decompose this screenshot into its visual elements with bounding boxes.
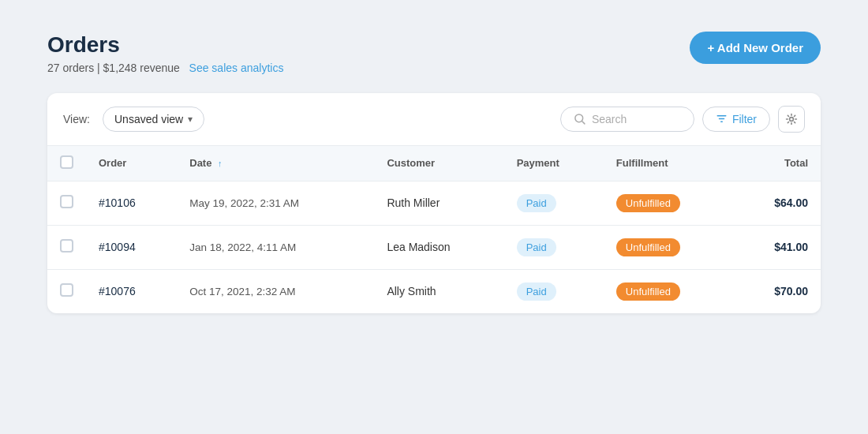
order-id: #10076: [99, 285, 136, 297]
filter-icon: [716, 113, 728, 125]
table-row[interactable]: #10094 Jan 18, 2022, 4:11 AM Lea Madison…: [47, 225, 821, 269]
payment-column-header: Payment: [504, 146, 604, 181]
search-icon: [574, 113, 586, 125]
date-cell: May 19, 2022, 2:31 AM: [177, 181, 374, 225]
header-left: Orders 27 orders | $1,248 revenue See sa…: [47, 32, 283, 74]
order-count-revenue: 27 orders | $1,248 revenue: [47, 62, 180, 74]
header-subtitle: 27 orders | $1,248 revenue See sales ana…: [47, 62, 283, 74]
customer-cell: Lea Madison: [374, 225, 503, 269]
payment-badge: Paid: [517, 194, 556, 212]
table-row[interactable]: #10076 Oct 17, 2021, 2:32 AM Ally Smith …: [47, 269, 821, 313]
table-row[interactable]: #10106 May 19, 2022, 2:31 AM Ruth Miller…: [47, 181, 821, 225]
page-wrapper: Orders 27 orders | $1,248 revenue See sa…: [47, 32, 821, 313]
orders-table: Order Date ↑ Customer Payment Fulfillmen…: [47, 146, 821, 313]
page-title: Orders: [47, 32, 283, 58]
svg-line-1: [582, 122, 584, 124]
order-id-cell: #10094: [86, 225, 177, 269]
date-column-header[interactable]: Date ↑: [177, 146, 374, 181]
fulfillment-badge: Unfulfilled: [616, 238, 680, 256]
fulfillment-cell: Unfulfilled: [604, 181, 735, 225]
total-cell: $70.00: [734, 269, 821, 313]
row-checkbox[interactable]: [60, 239, 73, 253]
add-new-order-button[interactable]: + Add New Order: [690, 32, 821, 64]
row-checkbox[interactable]: [60, 283, 73, 297]
row-checkbox[interactable]: [60, 195, 73, 208]
toolbar: View: Unsaved view ▾ Search Filte: [47, 93, 821, 146]
filter-label: Filter: [732, 113, 757, 125]
date-cell: Jan 18, 2022, 4:11 AM: [177, 225, 374, 269]
payment-cell: Paid: [504, 269, 604, 313]
fulfillment-badge: Unfulfilled: [616, 194, 680, 212]
fulfillment-badge: Unfulfilled: [616, 282, 680, 301]
chevron-down-icon: ▾: [188, 114, 193, 125]
gear-icon: [785, 113, 798, 125]
customer-cell: Ally Smith: [374, 269, 503, 313]
fulfillment-column-header: Fulfillment: [604, 146, 735, 181]
toolbar-right: Search Filter: [560, 106, 805, 133]
payment-badge: Paid: [517, 282, 556, 301]
fulfillment-cell: Unfulfilled: [604, 225, 735, 269]
search-box[interactable]: Search: [560, 107, 694, 132]
page-header: Orders 27 orders | $1,248 revenue See sa…: [47, 32, 821, 74]
view-select-value: Unsaved view: [114, 113, 183, 125]
row-checkbox-cell[interactable]: [47, 225, 86, 269]
order-id-cell: #10076: [86, 269, 177, 313]
view-label: View:: [63, 113, 90, 125]
total-cell: $64.00: [734, 181, 821, 225]
view-select-dropdown[interactable]: Unsaved view ▾: [103, 107, 204, 132]
total-cell: $41.00: [734, 225, 821, 269]
filter-button[interactable]: Filter: [702, 107, 770, 132]
order-id-cell: #10106: [86, 181, 177, 225]
table-header-row: Order Date ↑ Customer Payment Fulfillmen…: [47, 146, 821, 181]
table-card: View: Unsaved view ▾ Search Filte: [47, 93, 821, 313]
payment-badge: Paid: [517, 238, 556, 256]
search-placeholder: Search: [592, 113, 627, 125]
svg-point-2: [790, 117, 794, 121]
fulfillment-cell: Unfulfilled: [604, 269, 735, 313]
customer-cell: Ruth Miller: [374, 181, 503, 225]
order-id: #10106: [99, 196, 136, 209]
select-all-checkbox[interactable]: [60, 155, 73, 169]
date-cell: Oct 17, 2021, 2:32 AM: [177, 269, 374, 313]
settings-button[interactable]: [778, 106, 805, 133]
customer-column-header: Customer: [374, 146, 503, 181]
row-checkbox-cell[interactable]: [47, 181, 86, 225]
payment-cell: Paid: [504, 225, 604, 269]
payment-cell: Paid: [504, 181, 604, 225]
sales-analytics-link[interactable]: See sales analytics: [189, 62, 284, 74]
order-column-header: Order: [86, 146, 177, 181]
total-column-header: Total: [734, 146, 821, 181]
checkbox-header[interactable]: [47, 146, 86, 181]
order-id: #10094: [99, 241, 136, 253]
sort-arrow-icon: ↑: [218, 159, 223, 168]
row-checkbox-cell[interactable]: [47, 269, 86, 313]
